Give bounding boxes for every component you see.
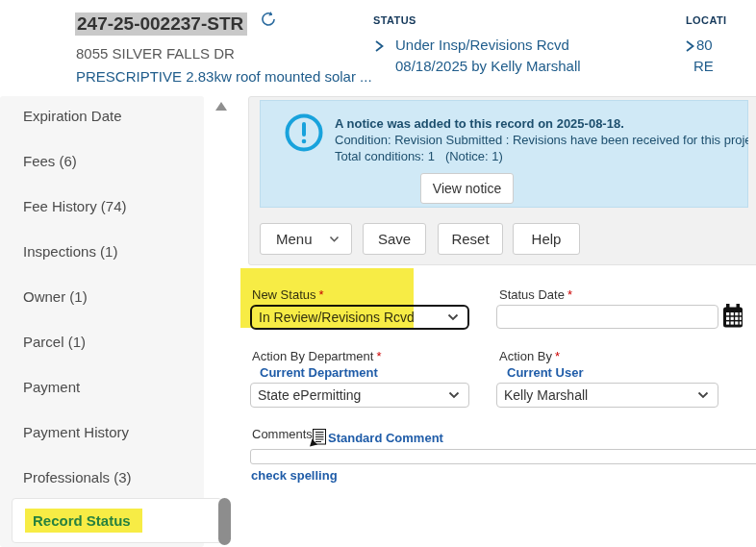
notice-line-2: Condition: Revision Submitted : Revision… [335, 133, 748, 147]
sidebar-item-fee-history[interactable]: Fee History (74) [23, 198, 127, 214]
new-status-label: New Status* [252, 287, 324, 302]
standard-comment-icon[interactable] [310, 429, 326, 451]
save-button[interactable]: Save [363, 223, 426, 255]
notice-line-1: A notice was added to this record on 202… [335, 116, 748, 131]
status-expand-chevron-right-icon[interactable] [374, 39, 385, 57]
action-by-department-select[interactable]: State ePermitting [250, 383, 469, 408]
new-status-select-value: In Review/Revisions Rcvd [259, 310, 415, 325]
chevron-down-icon [448, 391, 460, 399]
sidebar-item-record-status[interactable]: Record Status [12, 498, 222, 543]
record-detail-page: 247-25-002237-STR 8055 SILVER FALLS DR P… [0, 0, 756, 547]
record-address: 8055 SILVER FALLS DR [76, 45, 235, 62]
record-description: PRESCRIPTIVE 2.83kw roof mounted solar .… [76, 68, 372, 85]
current-user-link[interactable]: Current User [507, 365, 583, 380]
reset-button[interactable]: Reset [438, 223, 503, 255]
sidebar-item-payment-history[interactable]: Payment History [23, 424, 129, 440]
menu-button-label: Menu [276, 231, 313, 247]
new-status-select[interactable]: In Review/Revisions Rcvd [250, 305, 469, 330]
sidebar-item-inspections[interactable]: Inspections (1) [23, 243, 117, 260]
location-section-label: LOCATI [686, 14, 756, 26]
check-spelling-link[interactable]: check spelling [251, 468, 338, 483]
sidebar-item-parcel[interactable]: Parcel (1) [23, 334, 86, 350]
sidebar-item-fees[interactable]: Fees (6) [23, 153, 77, 169]
action-by-label: Action By* [499, 349, 560, 363]
alert-circle-icon [283, 112, 325, 158]
sidebar-item-payment[interactable]: Payment [23, 379, 80, 395]
required-asterisk: * [376, 349, 381, 363]
comments-label: Comments [252, 427, 313, 441]
action-by-department-select-value: State ePermitting [258, 387, 361, 403]
sidebar-item-professionals[interactable]: Professionals (3) [23, 469, 132, 485]
sidebar-item-owner[interactable]: Owner (1) [23, 288, 88, 305]
sidebar-scroll-up-arrow-icon[interactable] [215, 102, 227, 111]
required-asterisk: * [567, 287, 572, 302]
status-date-label: Status Date* [499, 287, 572, 302]
location-expand-chevron-right-icon[interactable] [685, 39, 695, 57]
location-value: 80 [696, 37, 713, 53]
current-department-link[interactable]: Current Department [260, 365, 378, 380]
menu-button[interactable]: Menu [260, 223, 352, 255]
sidebar-item-record-status-label: Record Status [25, 509, 142, 533]
required-asterisk: * [318, 287, 323, 302]
status-value: Under Insp/Revisions Rcvd [395, 37, 569, 53]
action-by-select[interactable]: Kelly Marshall [496, 383, 718, 408]
record-number-row: 247-25-002237-STR [75, 11, 277, 35]
standard-comment-link[interactable]: Standard Comment [328, 431, 443, 445]
comments-input[interactable] [250, 449, 756, 464]
view-notice-button[interactable]: View notice [420, 173, 514, 204]
record-number: 247-25-002237-STR [75, 12, 247, 36]
chevron-down-icon [697, 391, 709, 399]
action-by-select-value: Kelly Marshall [504, 387, 588, 403]
action-by-department-label: Action By Department* [252, 349, 382, 363]
status-section-label: STATUS [373, 14, 416, 26]
chevron-down-icon [329, 236, 340, 243]
required-asterisk: * [555, 349, 560, 363]
sidebar-scrollbar-thumb[interactable] [218, 498, 231, 545]
refresh-icon[interactable] [260, 11, 277, 32]
location-detail: RE [693, 58, 714, 74]
status-detail: 08/18/2025 by Kelly Marshall [395, 58, 581, 74]
chevron-down-icon [447, 313, 459, 321]
notice-line-3: Total conditions: 1 (Notice: 1) [335, 149, 748, 163]
status-date-input[interactable] [496, 305, 718, 329]
help-button[interactable]: Help [513, 223, 580, 255]
calendar-icon[interactable] [722, 304, 743, 333]
sidebar-item-expiration-date[interactable]: Expiration Date [23, 108, 122, 124]
